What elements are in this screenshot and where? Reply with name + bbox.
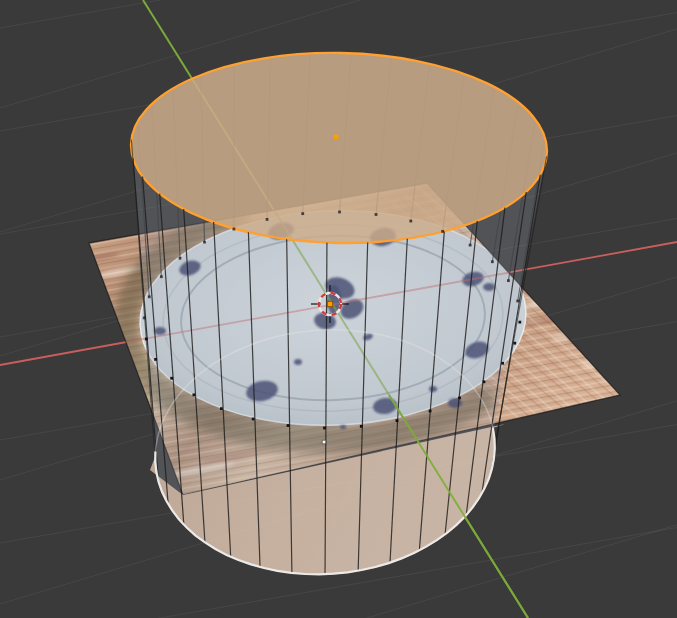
- vertex-dot: [375, 213, 378, 216]
- vertex-dot: [160, 275, 163, 278]
- vertex-dot: [148, 295, 151, 298]
- vertex-dot: [507, 279, 510, 282]
- vertex-dot: [516, 300, 519, 303]
- origin-dot: [327, 301, 332, 306]
- vertex-dot: [469, 244, 472, 247]
- vertex-dot: [441, 230, 444, 233]
- vertex-dot: [232, 228, 235, 231]
- vertex-dot: [338, 211, 341, 214]
- vertex-dot: [409, 220, 412, 223]
- vertex-dot: [179, 257, 182, 260]
- vertex-dot: [458, 396, 461, 399]
- median-point-dot: [334, 135, 339, 140]
- vertex-dot: [513, 342, 516, 345]
- vertex-dot: [203, 241, 206, 244]
- vertex-dot: [145, 338, 148, 341]
- vertex-dot: [287, 424, 290, 427]
- vertex-dot: [143, 316, 146, 319]
- vertex-dot: [501, 362, 504, 365]
- vertex-dot: [491, 260, 494, 263]
- vertex-dot: [323, 427, 326, 430]
- vertex-dot: [154, 358, 157, 361]
- vertex-dot: [170, 377, 173, 380]
- active-vertex[interactable]: [322, 440, 325, 443]
- vertex-dot: [301, 212, 304, 215]
- vertex-dot: [266, 218, 269, 221]
- viewport-canvas[interactable]: [0, 0, 677, 618]
- vertex-dot: [518, 321, 521, 324]
- vertex-dot: [429, 410, 432, 413]
- vertex-dot: [220, 407, 223, 410]
- vertex-dot: [192, 393, 195, 396]
- vertex-dot: [360, 425, 363, 428]
- viewport-3d[interactable]: [0, 0, 677, 618]
- vertex-dot: [252, 418, 255, 421]
- vertex-dot: [483, 380, 486, 383]
- vertex-dot: [396, 419, 399, 422]
